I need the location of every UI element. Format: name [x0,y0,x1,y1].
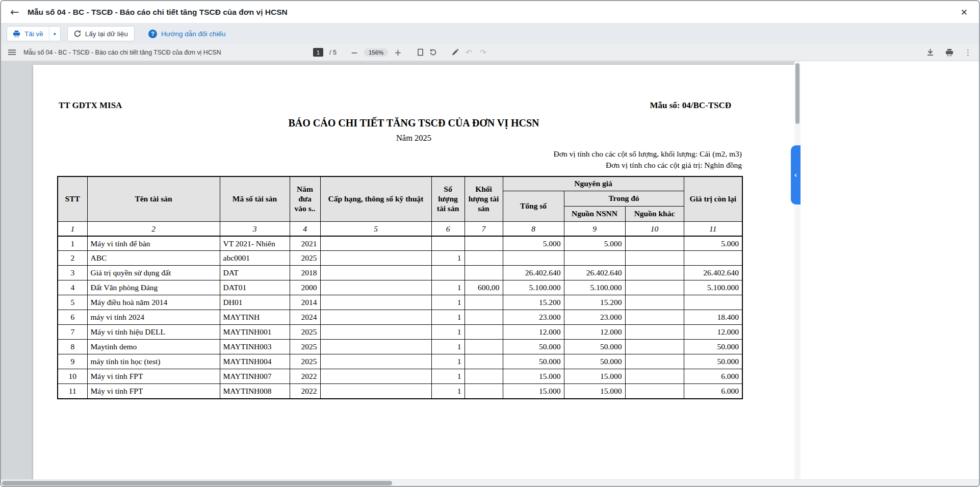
table-cell: 2014 [290,295,320,310]
side-panel [801,61,979,479]
table-cell: 26.402.640 [503,266,564,280]
back-arrow-icon[interactable]: ← [10,6,23,18]
header-nguon-nsnn: Nguồn NSNN [564,207,625,222]
redo-icon[interactable]: ↷ [478,48,487,57]
table-cell: 11 [58,384,87,399]
horizontal-scrollbar-thumb[interactable] [2,481,392,485]
header-ma-so: Mã số tài sản [220,176,290,222]
annotate-icon[interactable] [451,48,459,56]
table-cell: Maytinh demo [87,340,220,354]
zoom-out-button[interactable]: − [350,47,359,58]
vertical-scrollbar[interactable] [794,61,801,479]
table-cell: 5.100.000 [684,280,742,295]
table-cell: 23.000 [503,310,564,325]
table-cell: 50.000 [564,354,625,369]
table-cell [625,340,684,354]
table-cell [625,325,684,340]
table-cell [625,384,684,399]
table-cell [625,295,684,310]
column-number: 4 [290,222,320,236]
table-cell: 12.000 [684,325,742,340]
table-cell: 1 [431,280,465,295]
menu-icon[interactable] [8,48,16,56]
column-number: 9 [564,222,625,236]
refresh-data-button[interactable]: Lấy lại dữ liệu [67,26,135,41]
table-cell: 7 [58,325,87,340]
print-icon[interactable] [945,48,953,57]
table-cell: 5.000 [503,236,564,251]
table-cell: 600,00 [465,280,503,295]
table-cell: 1 [431,251,465,266]
unit-note-value: Đơn vị tính cho các cột giá trị: Nghìn đ… [33,160,742,171]
download-split-button[interactable]: Tải về ▾ [7,26,61,41]
column-number-row: 1234567891011 [58,222,742,236]
header-cap-hang: Cấp hạng, thông số kỹ thuật [320,176,431,222]
table-cell [684,295,742,310]
fit-page-icon[interactable] [417,48,424,56]
table-cell: 23.000 [564,310,625,325]
table-cell [320,251,431,266]
table-cell: 5.100.000 [503,280,564,295]
table-cell: máy vi tính 2024 [87,310,220,325]
panel-toggle-tab[interactable]: ‹ [791,145,801,204]
table-cell: 3 [58,266,87,280]
table-cell [431,266,465,280]
rotate-icon[interactable] [429,48,437,56]
chevron-down-icon[interactable]: ▾ [49,31,60,37]
more-options-icon[interactable]: ⋮ [964,48,972,57]
table-cell: DH01 [220,295,290,310]
table-cell [465,384,503,399]
table-cell [320,384,431,399]
header-so-luong: Số lượng tài sản [431,176,465,222]
table-row: 6máy vi tính 2024MAYTINH2024123.00023.00… [58,310,742,325]
zoom-in-button[interactable]: + [393,47,402,58]
table-cell: 2022 [290,369,320,384]
table-row: 10Máy vi tính FPTMAYTINH0072022115.00015… [58,369,742,384]
table-cell: DAT [220,266,290,280]
table-cell [465,369,503,384]
table-cell [465,266,503,280]
column-number: 10 [625,222,684,236]
table-cell: 50.000 [503,354,564,369]
close-icon[interactable]: ✕ [958,5,971,19]
page-number-input[interactable]: 1 [313,48,323,57]
table-cell: 6.000 [684,369,742,384]
table-row: 4Đất Văn phòng ĐảngDAT0120001600,005.100… [58,280,742,295]
vertical-scrollbar-thumb[interactable] [795,63,800,124]
table-cell: 4 [58,280,87,295]
table-row: 11Máy vi tính FPTMAYTINH0082022115.00015… [58,384,742,399]
table-cell: Máy điều hoà năm 2014 [87,295,220,310]
table-row: 8Maytinh demoMAYTINH0032025150.00050.000… [58,340,742,354]
table-cell [320,280,431,295]
download-icon[interactable] [926,48,935,57]
column-number: 7 [465,222,503,236]
zoom-level-badge: 156% [364,48,388,57]
header-tong-so: Tổng số [503,191,564,222]
table-cell: Máy vi tính FPT [87,369,220,384]
table-cell [625,266,684,280]
table-cell: 8 [58,340,87,354]
table-cell: MAYTINH [220,310,290,325]
table-cell: Giá trị quyền sử dụng đất [87,266,220,280]
table-cell [320,340,431,354]
download-button-label: Tải về [24,30,43,38]
document-page: TT GDTX MISA Mẫu số: 04/BC-TSCĐ BÁO CÁO … [33,65,794,479]
table-cell: 2000 [290,280,320,295]
table-cell: 2022 [290,384,320,399]
horizontal-scrollbar[interactable] [1,479,979,486]
column-number: 2 [87,222,220,236]
pdf-toolbar: Mẫu số 04 - BC - TSCĐ - Báo cáo chi tiết… [1,44,979,61]
column-number: 3 [220,222,290,236]
undo-icon[interactable]: ↶ [464,48,473,57]
table-cell [465,354,503,369]
table-cell: 50.000 [503,340,564,354]
table-cell: 1 [431,354,465,369]
table-cell: DAT01 [220,280,290,295]
table-cell [320,369,431,384]
title-bar: ← Mẫu số 04 - BC - TSCĐ - Báo cáo chi ti… [1,1,979,23]
report-year: Năm 2025 [33,133,794,143]
table-cell [625,251,684,266]
table-cell [625,236,684,251]
table-cell: 50.000 [684,354,742,369]
comparison-guide-link[interactable]: ? Hướng dẫn đối chiếu [148,30,226,38]
